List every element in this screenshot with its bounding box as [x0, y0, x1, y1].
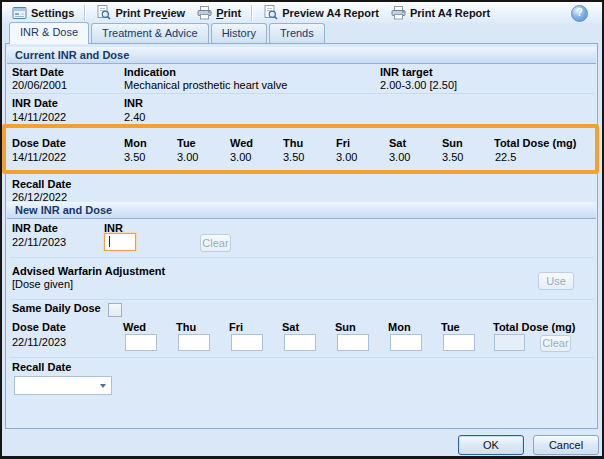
new-day-header-sun: Sun: [335, 321, 356, 333]
ok-button[interactable]: OK: [458, 435, 524, 455]
print-preview-button[interactable]: Print Preview: [90, 4, 191, 21]
print-a4-report-button[interactable]: Print A4 Report: [385, 5, 496, 21]
current-dose-date-value: 14/11/2022: [12, 151, 66, 163]
tab-history[interactable]: History: [211, 23, 267, 43]
new-day-header-tue: Tue: [441, 321, 460, 333]
print-icon: [197, 6, 212, 20]
current-day-header-thu: Thu: [283, 137, 303, 149]
print-button[interactable]: Print: [191, 5, 247, 21]
tab-bar: INR & Dose Treatment & Advice History Tr…: [2, 23, 602, 43]
row-divider: [10, 93, 594, 94]
current-section-title: Current INR and Dose: [7, 47, 129, 63]
dose-input-sun[interactable]: [337, 334, 369, 351]
current-inr-date-value: 14/11/2022: [12, 111, 66, 123]
same-daily-dose-checkbox[interactable]: [108, 303, 122, 317]
current-day-header-sun: Sun: [442, 137, 463, 149]
new-dose-date-value: 22/11/2023: [12, 336, 66, 348]
print-label: Print: [216, 7, 241, 19]
current-total-dose-label: Total Dose (mg): [494, 137, 576, 149]
use-button[interactable]: Use: [538, 272, 574, 290]
preview-a4-report-label: Preview A4 Report: [282, 7, 379, 19]
current-day-header-fri: Fri: [336, 137, 350, 149]
current-section-header: Current INR and Dose: [7, 47, 596, 64]
new-dose-date-label: Dose Date: [12, 321, 66, 333]
toolbar: Settings Print Preview Print Preview A4 …: [2, 2, 602, 23]
dose-input-sat[interactable]: [284, 334, 316, 351]
dose-input-thu[interactable]: [178, 334, 210, 351]
current-dose-mon: 3.50: [124, 151, 145, 163]
toolbar-separator: [84, 5, 86, 21]
tab-trends[interactable]: Trends: [269, 23, 325, 43]
current-inr-date-label: INR Date: [12, 97, 58, 109]
dose-input-wed[interactable]: [125, 334, 157, 351]
dose-input-mon[interactable]: [390, 334, 422, 351]
current-inr-value: 2.40: [124, 111, 145, 123]
new-day-header-sat: Sat: [282, 321, 299, 333]
current-day-header-mon: Mon: [124, 137, 147, 149]
start-date-value: 20/06/2001: [12, 79, 67, 91]
new-recall-date-label: Recall Date: [12, 361, 71, 373]
clear-dose-button[interactable]: Clear: [540, 335, 571, 352]
new-total-dose-box: [494, 334, 525, 351]
new-section-title: New INR and Dose: [7, 202, 112, 218]
row-divider: [10, 357, 594, 358]
settings-icon: [12, 6, 27, 20]
text-caret: [109, 236, 110, 247]
indication-label: Indication: [124, 66, 176, 78]
current-dose-wed: 3.00: [230, 151, 251, 163]
new-day-header-fri: Fri: [229, 321, 243, 333]
dose-input-fri[interactable]: [231, 334, 263, 351]
current-dose-tue: 3.00: [177, 151, 198, 163]
print-preview-label: Print Preview: [115, 7, 185, 19]
current-dose-fri: 3.00: [336, 151, 357, 163]
current-total-dose-value: 22.5: [495, 151, 516, 163]
settings-button[interactable]: Settings: [6, 5, 80, 21]
new-day-header-thu: Thu: [176, 321, 196, 333]
inr-dose-dialog: Settings Print Preview Print Preview A4 …: [0, 0, 604, 459]
recall-date-dropdown[interactable]: [14, 376, 112, 395]
clear-inr-button[interactable]: Clear: [200, 234, 231, 252]
new-day-header-wed: Wed: [123, 321, 146, 333]
settings-label: Settings: [31, 7, 74, 19]
new-day-header-mon: Mon: [388, 321, 411, 333]
advised-adjustment-label: Advised Warfarin Adjustment: [12, 265, 165, 277]
preview-a4-report-button[interactable]: Preview A4 Report: [257, 4, 385, 21]
current-recall-date-label: Recall Date: [12, 178, 71, 190]
start-date-label: Start Date: [12, 66, 64, 78]
print-a4-report-icon: [391, 6, 406, 20]
new-inr-date-value: 22/11/2023: [12, 236, 66, 248]
dose-input-tue[interactable]: [443, 334, 475, 351]
print-a4-report-label: Print A4 Report: [410, 7, 490, 19]
current-day-header-wed: Wed: [230, 137, 253, 149]
chevron-down-icon: [100, 384, 106, 388]
current-dose-date-label: Dose Date: [12, 137, 66, 149]
inr-target-value: 2.00-3.00 [2.50]: [380, 79, 457, 91]
new-total-dose-label: Total Dose (mg): [493, 321, 575, 333]
help-button[interactable]: ?: [571, 5, 588, 22]
new-section-header: New INR and Dose: [7, 202, 596, 219]
current-day-header-sat: Sat: [389, 137, 406, 149]
preview-a4-report-icon: [263, 5, 278, 20]
inr-target-label: INR target: [380, 66, 433, 78]
toolbar-separator: [251, 5, 253, 21]
same-daily-dose-label: Same Daily Dose: [12, 302, 101, 314]
print-preview-icon: [96, 5, 111, 20]
tab-inr-and-dose[interactable]: INR & Dose: [9, 22, 89, 44]
row-divider: [10, 299, 594, 300]
advised-adjustment-value: [Dose given]: [12, 278, 73, 290]
new-inr-date-label: INR Date: [12, 222, 58, 234]
current-dose-thu: 3.50: [283, 151, 304, 163]
current-inr-label: INR: [124, 97, 143, 109]
current-day-header-tue: Tue: [177, 137, 196, 149]
content-panel: [5, 43, 598, 429]
current-dose-sun: 3.50: [442, 151, 463, 163]
current-dose-sat: 3.00: [389, 151, 410, 163]
cancel-button[interactable]: Cancel: [533, 435, 599, 455]
indication-value: Mechanical prosthetic heart valve: [124, 79, 287, 91]
row-divider: [10, 257, 594, 258]
tab-treatment-and-advice[interactable]: Treatment & Advice: [91, 23, 209, 43]
